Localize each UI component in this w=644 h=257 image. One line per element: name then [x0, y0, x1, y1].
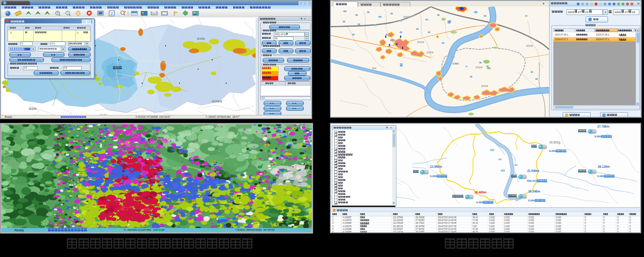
svg-text:+: + — [57, 11, 58, 14]
svg-text:2: 2 — [110, 11, 113, 16]
